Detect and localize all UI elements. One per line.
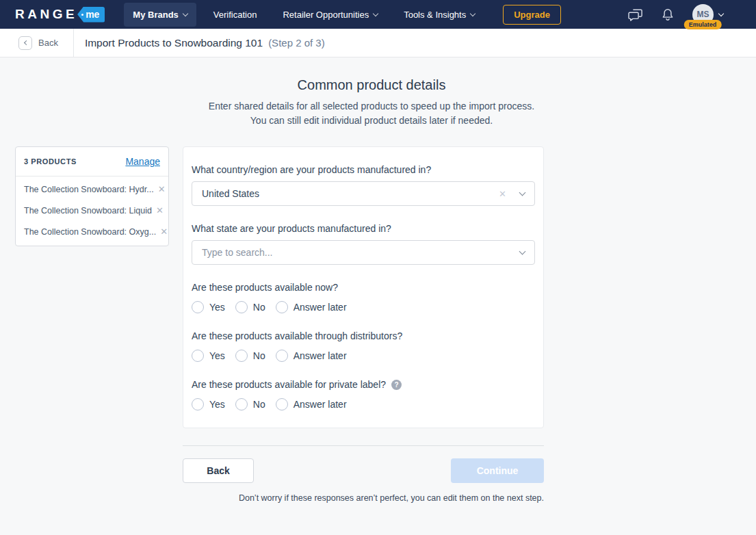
selected-products-panel: 3 PRODUCTS Manage The Collection Snowboa… <box>15 146 169 246</box>
question-what-country-region-are-your-products-ma: What country/region are your products ma… <box>192 164 535 206</box>
question-label-text: What country/region are your products ma… <box>192 164 431 175</box>
radio-group: YesNoAnswer later <box>192 350 535 362</box>
question-label-text: Are these products available through dis… <box>192 330 402 341</box>
nav-item-label: My Brands <box>133 10 178 20</box>
logo-tag-me: me <box>77 7 105 23</box>
page-header: Common product details Enter shared deta… <box>0 77 743 128</box>
radio-button[interactable] <box>192 301 204 313</box>
radio-option-no[interactable]: No <box>235 350 265 362</box>
chevron-down-icon <box>470 10 475 16</box>
radio-button[interactable] <box>276 398 288 410</box>
radio-option-label: Answer later <box>294 302 347 313</box>
nav-item-label: Verification <box>213 10 257 20</box>
manage-link[interactable]: Manage <box>125 156 160 167</box>
account-menu[interactable]: MS Emulated <box>692 4 723 25</box>
content-area: 3 PRODUCTS Manage The Collection Snowboa… <box>15 146 756 503</box>
question-are-these-products-available-through-dis: Are these products available through dis… <box>192 330 535 362</box>
subtitle-line-1: Enter shared details for all selected pr… <box>0 99 743 114</box>
flow-title: Import Products to Snowboarding 101 <box>85 37 263 49</box>
remove-product-icon[interactable]: ✕ <box>154 184 166 194</box>
radio-group: YesNoAnswer later <box>192 398 535 410</box>
radio-option-label: Yes <box>209 350 225 361</box>
select-what-country-region-are-your-p[interactable]: United States✕ <box>192 181 535 206</box>
radio-button[interactable] <box>192 398 204 410</box>
radio-option-label: Answer later <box>294 399 347 410</box>
back-button[interactable]: Back <box>183 458 254 483</box>
nav-items: My BrandsVerificationRetailer Opportunit… <box>116 3 484 27</box>
chevron-down-icon <box>519 190 526 196</box>
radio-option-answer-later[interactable]: Answer later <box>276 350 347 362</box>
vertical-divider <box>73 29 74 57</box>
radio-option-no[interactable]: No <box>235 398 265 410</box>
rangeme-logo[interactable]: RANGE me <box>15 7 105 23</box>
subheader-bar: Back Import Products to Snowboarding 101… <box>0 29 756 57</box>
question-what-state-are-your-products-manufacture: What state are your products manufacture… <box>192 223 535 265</box>
select-placeholder: Type to search... <box>202 247 520 258</box>
subtitle-line-2: You can still edit individual product de… <box>0 114 743 128</box>
footer-divider <box>183 445 544 446</box>
radio-option-label: No <box>253 350 265 361</box>
product-list-item: The Collection Snowboard: Oxyg...✕ <box>16 221 168 242</box>
product-name: The Collection Snowboard: Liquid <box>24 206 152 216</box>
chevron-down-icon <box>519 248 526 255</box>
select-what-state-are-your-products-m[interactable]: Type to search... <box>192 240 535 265</box>
question-are-these-products-available-now: Are these products available now?YesNoAn… <box>192 282 535 313</box>
navbar-right: MS Emulated <box>628 4 742 25</box>
products-panel-header: 3 PRODUCTS Manage <box>16 147 168 177</box>
back-chip-button[interactable] <box>18 36 32 50</box>
chevron-down-icon <box>183 10 188 16</box>
nav-item-verification[interactable]: Verification <box>205 3 266 27</box>
emulated-badge: Emulated <box>684 20 722 29</box>
question-label-text: Are these products available now? <box>192 282 338 293</box>
messages-icon[interactable] <box>628 8 643 21</box>
footer-buttons: Back Continue <box>183 458 544 483</box>
footer-note: Don’t worry if these responses aren’t pe… <box>183 493 544 503</box>
radio-button[interactable] <box>235 398 248 410</box>
page-subtitle: Enter shared details for all selected pr… <box>0 99 743 128</box>
question-label: What state are your products manufacture… <box>192 223 535 234</box>
upgrade-button[interactable]: Upgrade <box>503 5 561 25</box>
question-are-these-products-available-for-private: Are these products available for private… <box>192 379 535 410</box>
clear-selection-icon[interactable]: ✕ <box>499 189 506 199</box>
select-value: United States <box>202 188 499 199</box>
step-indicator: (Step 2 of 3) <box>268 37 325 49</box>
help-icon[interactable]: ? <box>391 380 402 390</box>
product-name: The Collection Snowboard: Hydr... <box>24 185 154 194</box>
continue-button[interactable]: Continue <box>451 458 544 483</box>
common-details-form: What country/region are your products ma… <box>183 146 544 428</box>
radio-group: YesNoAnswer later <box>192 301 535 313</box>
product-list-item: The Collection Snowboard: Liquid✕ <box>16 200 168 221</box>
radio-option-yes[interactable]: Yes <box>192 398 225 410</box>
radio-option-yes[interactable]: Yes <box>192 350 225 362</box>
nav-item-tools-insights[interactable]: Tools & Insights <box>395 3 484 27</box>
question-label-text: Are these products available for private… <box>192 379 386 390</box>
radio-option-label: Answer later <box>294 350 347 361</box>
products-list: The Collection Snowboard: Hydr...✕The Co… <box>16 177 168 246</box>
radio-button[interactable] <box>276 301 288 313</box>
back-label[interactable]: Back <box>38 38 58 48</box>
nav-item-my-brands[interactable]: My Brands <box>124 3 196 27</box>
top-navbar: RANGE me My BrandsVerificationRetailer O… <box>0 0 756 29</box>
question-label: Are these products available now? <box>192 282 535 293</box>
radio-button[interactable] <box>276 350 288 362</box>
radio-option-yes[interactable]: Yes <box>192 301 225 313</box>
radio-option-label: Yes <box>209 399 225 410</box>
radio-button[interactable] <box>192 350 204 362</box>
page-title: Common product details <box>0 77 743 93</box>
radio-option-label: Yes <box>209 302 225 313</box>
question-label: Are these products available for private… <box>192 379 535 390</box>
chevron-down-icon <box>718 10 724 16</box>
radio-button[interactable] <box>235 350 248 362</box>
radio-option-no[interactable]: No <box>235 301 265 313</box>
nav-item-retailer-opportunities[interactable]: Retailer Opportunities <box>274 3 387 27</box>
question-label: Are these products available through dis… <box>192 330 535 341</box>
nav-item-label: Retailer Opportunities <box>283 10 369 20</box>
remove-product-icon[interactable]: ✕ <box>156 226 168 237</box>
notifications-bell-icon[interactable] <box>661 8 675 22</box>
radio-option-answer-later[interactable]: Answer later <box>276 301 347 313</box>
question-label-text: What state are your products manufacture… <box>192 223 391 234</box>
radio-option-answer-later[interactable]: Answer later <box>276 398 347 410</box>
radio-button[interactable] <box>235 301 248 313</box>
remove-product-icon[interactable]: ✕ <box>152 205 164 216</box>
chevron-left-icon <box>23 40 28 45</box>
